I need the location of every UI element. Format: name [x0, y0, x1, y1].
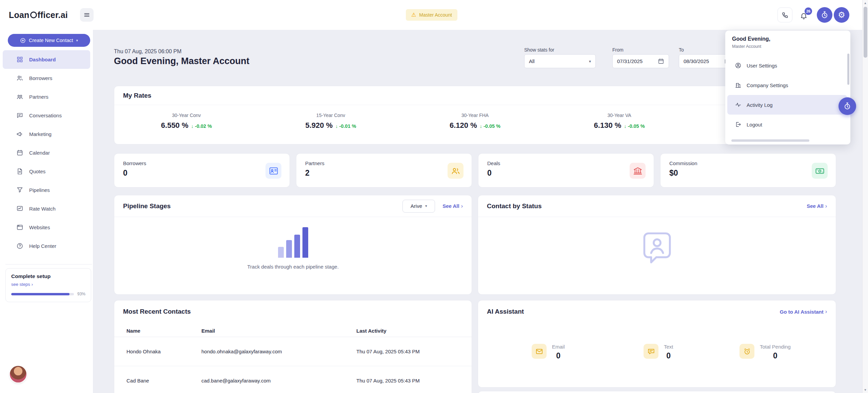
borrowers-stat-card: Borrowers 0 [114, 153, 290, 188]
contact-by-status-title: Contact by Status [487, 202, 542, 210]
show-stats-select[interactable]: All ▾ [524, 54, 596, 68]
contact-status-see-all-link[interactable]: See All › [807, 203, 827, 209]
sidebar-item-label: Websites [29, 224, 50, 230]
notifications-button[interactable]: 26 [796, 8, 811, 23]
rate-change: ↓ -0.01 % [335, 123, 356, 129]
browser-icon [16, 224, 23, 231]
sidebar-item-label: Dashboard [29, 57, 56, 62]
table-row[interactable]: Cad Bane cad.bane@galaxyfaraway.com Thu … [114, 366, 472, 393]
timer-button[interactable] [817, 7, 832, 23]
page-scrollbar[interactable]: ▲ ▼ [862, 0, 868, 393]
sidebar-item-partners[interactable]: Partners [3, 87, 90, 106]
pipeline-see-all-link[interactable]: See All › [442, 203, 463, 209]
sidebar-toggle-button[interactable] [80, 8, 94, 22]
sidebar-item-dashboard[interactable]: Dashboard [3, 50, 90, 69]
see-steps-link[interactable]: see steps › [11, 282, 85, 287]
menu-item-company-settings[interactable]: Company Settings [727, 75, 847, 95]
create-new-contact-button[interactable]: Create New Contact ▾ [8, 34, 90, 47]
chevron-down-icon: ▾ [589, 59, 591, 64]
column-header-name: Name [126, 328, 201, 334]
contact-status-empty-state [478, 217, 836, 264]
sidebar-item-borrowers[interactable]: Borrowers [3, 69, 90, 87]
contact-pin-icon [642, 231, 673, 264]
rate-label: 30-Year Conv [114, 113, 259, 118]
rate-label: 15-Year Conv [259, 113, 403, 118]
menu-vertical-scrollbar[interactable] [847, 54, 849, 85]
column-header-email: Email [201, 328, 356, 334]
profile-avatar[interactable] [10, 366, 26, 382]
sidebar-item-rate-watch[interactable]: Rate Watch [3, 199, 90, 218]
document-icon [16, 168, 23, 175]
sidebar-item-label: Quotes [29, 169, 45, 174]
megaphone-icon [16, 131, 23, 138]
see-all-label: See All [442, 203, 459, 209]
page-greeting: Good Evening, Master Account [114, 56, 250, 66]
sidebar-item-label: Pipelines [29, 187, 50, 193]
contact-email: hondo.ohnaka@galaxyfaraway.com [201, 349, 356, 354]
sidebar-item-conversations[interactable]: Conversations [3, 106, 90, 125]
sidebar-item-label: Conversations [29, 113, 62, 118]
contact-last-activity: Thu 07 Aug, 2025 05:43 PM [356, 378, 463, 384]
phone-button[interactable] [777, 7, 792, 22]
sidebar-item-label: Calendar [29, 150, 50, 156]
chevron-down-icon: ▾ [425, 204, 427, 208]
show-stats-value: All [529, 58, 535, 64]
arrow-down-icon: ↓ [624, 123, 626, 129]
rate-label: 30-Year VA [547, 113, 692, 118]
menu-account-name: Master Account [732, 44, 761, 49]
arrow-down-icon: ↓ [335, 123, 338, 129]
setup-progress-fill [11, 293, 70, 295]
phone-icon [782, 12, 789, 19]
people-icon [451, 166, 461, 176]
dashboard-icon [16, 56, 23, 63]
stat-label: Deals [487, 160, 500, 166]
stat-value: 2 [305, 169, 310, 178]
pipeline-source-select[interactable]: Arive ▾ [402, 200, 435, 213]
sidebar-item-label: Rate Watch [29, 206, 56, 212]
contact-last-activity: Thu 07 Aug, 2025 05:43 PM [356, 349, 463, 354]
menu-item-logout[interactable]: Logout [727, 115, 847, 134]
sidebar: Create New Contact ▾ Dashboard Borrowers… [0, 30, 93, 393]
ai-stat-value: 0 [552, 351, 565, 360]
sidebar-item-marketing[interactable]: Marketing [3, 125, 90, 143]
sidebar-item-websites[interactable]: Websites [3, 218, 90, 237]
chevron-right-icon: › [825, 309, 827, 315]
borrowers-icon [16, 75, 23, 82]
rate-value: 6.130 % [594, 121, 622, 130]
sidebar-item-help-center[interactable]: Help Center [3, 237, 90, 255]
pipeline-stages-title: Pipeline Stages [123, 202, 171, 210]
ai-stat-value: 0 [760, 351, 791, 360]
table-row[interactable]: Hondo Ohnaka hondo.ohnaka@galaxyfaraway.… [114, 337, 472, 366]
rate-change: ↓ -0.05 % [480, 123, 500, 129]
rate-chart-icon [16, 205, 23, 212]
partners-icon [16, 93, 23, 100]
sidebar-item-pipelines[interactable]: Pipelines [3, 181, 90, 199]
menu-item-user-settings[interactable]: User Settings [727, 56, 847, 75]
menu-item-label: User Settings [747, 63, 777, 68]
rate-label: 30-Year FHA [403, 113, 547, 118]
scrollbar-down-arrow[interactable]: ▼ [863, 388, 868, 392]
pipeline-empty-state: Track deals through each pipeline stage. [114, 217, 472, 270]
complete-setup-card: Complete setup see steps › 93% [5, 268, 91, 302]
chevron-down-icon: ▾ [76, 38, 78, 43]
rate-change: ↓ -0.02 % [191, 123, 212, 129]
go-to-ai-assistant-link[interactable]: Go to AI Assistant › [780, 309, 827, 315]
scrollbar-up-arrow[interactable]: ▲ [863, 1, 868, 5]
menu-greeting: Good Evening, [732, 36, 770, 42]
arrow-down-icon: ↓ [191, 123, 194, 129]
see-steps-label: see steps [11, 282, 30, 287]
notification-count-badge: 26 [805, 7, 812, 15]
recent-contacts-title: Most Recent Contacts [123, 308, 191, 315]
sidebar-item-label: Partners [29, 94, 48, 100]
menu-item-activity-log[interactable]: Activity Log [727, 95, 847, 115]
settings-button[interactable]: ⚙ [834, 7, 849, 23]
from-date-input[interactable]: 07/31/2025 [612, 54, 669, 68]
pipeline-empty-text: Track deals through each pipeline stage. [247, 264, 339, 270]
scrollbar-thumb[interactable] [864, 7, 867, 58]
menu-horizontal-scrollbar[interactable] [731, 139, 809, 142]
floating-timer-button[interactable] [839, 97, 856, 115]
menu-item-label: Logout [747, 122, 762, 127]
sidebar-item-calendar[interactable]: Calendar [3, 143, 90, 162]
sidebar-item-quotes[interactable]: Quotes [3, 162, 90, 181]
app-logo[interactable]: Loanfficer.ai [9, 0, 68, 30]
